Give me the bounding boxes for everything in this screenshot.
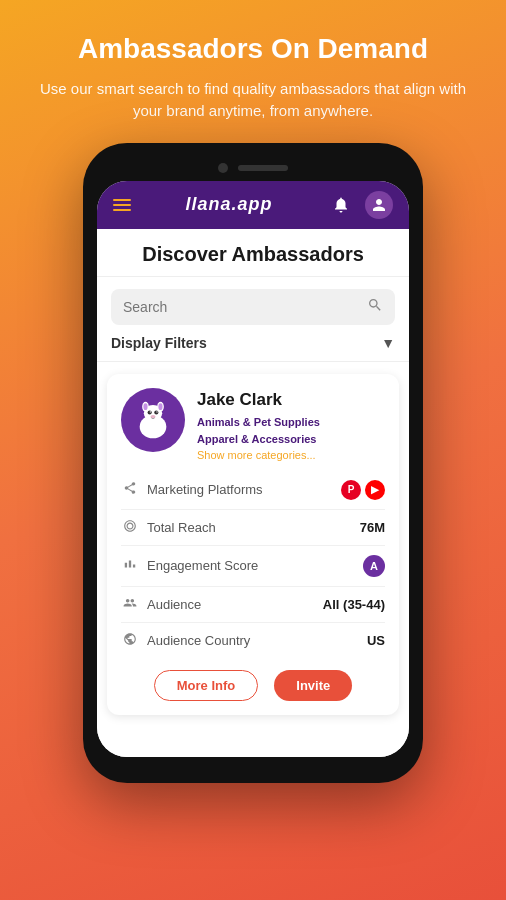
page-title: Discover Ambassadors [113, 243, 393, 266]
card-stats: Marketing Platforms P ▶ Tot [107, 471, 399, 658]
reach-icon [121, 519, 139, 536]
stat-row-engagement: Engagement Score A [121, 546, 385, 587]
hero-title: Ambassadors On Demand [24, 32, 482, 66]
search-bar[interactable] [111, 289, 395, 325]
avatar [121, 388, 185, 452]
app-logo: llana.app [185, 194, 272, 215]
reach-label: Total Reach [147, 520, 352, 535]
camera-dot [218, 163, 228, 173]
hamburger-icon[interactable] [113, 199, 131, 211]
audience-value: All (35-44) [323, 597, 385, 612]
card-actions: More Info Invite [107, 658, 399, 715]
phone-notch [97, 157, 409, 181]
reach-value: 76M [360, 520, 385, 535]
stat-row-platforms: Marketing Platforms P ▶ [121, 471, 385, 510]
audience-label: Audience [147, 597, 315, 612]
search-section [97, 277, 409, 325]
speaker-bar [238, 165, 288, 171]
engagement-label: Engagement Score [147, 558, 355, 573]
stat-row-country: Audience Country US [121, 623, 385, 658]
platforms-label: Marketing Platforms [147, 482, 333, 497]
platform-icons: P ▶ [341, 480, 385, 500]
svg-point-10 [151, 415, 156, 418]
invite-button[interactable]: Invite [274, 670, 352, 701]
category-tag-1: Animals & Pet Supplies [197, 414, 385, 432]
pinterest-badge: P [341, 480, 361, 500]
country-label: Audience Country [147, 633, 359, 648]
svg-point-4 [143, 403, 147, 410]
phone-screen: llana.app Discover Ambassadors [97, 181, 409, 757]
youtube-badge: ▶ [365, 480, 385, 500]
globe-icon [121, 632, 139, 649]
more-info-button[interactable]: More Info [154, 670, 259, 701]
page-content: Discover Ambassadors Display Filters ▼ [97, 229, 409, 757]
chevron-down-icon: ▼ [381, 335, 395, 351]
svg-point-8 [150, 411, 151, 412]
svg-point-5 [158, 403, 162, 410]
filters-row[interactable]: Display Filters ▼ [97, 325, 409, 362]
svg-point-7 [154, 410, 158, 414]
card-profile: Jake Clark Animals & Pet Supplies Appare… [107, 374, 399, 471]
country-value: US [367, 633, 385, 648]
svg-point-6 [148, 410, 152, 414]
show-more-categories[interactable]: Show more categories... [197, 449, 385, 461]
ambassador-name: Jake Clark [197, 390, 385, 410]
engagement-icon [121, 557, 139, 574]
header-icons [327, 191, 393, 219]
filters-label: Display Filters [111, 335, 207, 351]
search-icon[interactable] [367, 297, 383, 317]
audience-icon [121, 596, 139, 613]
engagement-badge: A [363, 555, 385, 577]
phone-mockup: llana.app Discover Ambassadors [83, 143, 423, 783]
bell-icon[interactable] [327, 191, 355, 219]
hero-subtitle: Use our smart search to find quality amb… [24, 78, 482, 123]
profile-info: Jake Clark Animals & Pet Supplies Appare… [197, 388, 385, 461]
ambassador-card: Jake Clark Animals & Pet Supplies Appare… [107, 374, 399, 715]
share-icon [121, 481, 139, 498]
user-avatar-icon[interactable] [365, 191, 393, 219]
hero-section: Ambassadors On Demand Use our smart sear… [0, 0, 506, 143]
svg-point-9 [156, 411, 157, 412]
stat-row-audience: Audience All (35-44) [121, 587, 385, 623]
stat-row-reach: Total Reach 76M [121, 510, 385, 546]
search-input[interactable] [123, 299, 359, 315]
page-title-bar: Discover Ambassadors [97, 229, 409, 277]
category-tag-2: Apparel & Accessories [197, 431, 385, 449]
app-header: llana.app [97, 181, 409, 229]
